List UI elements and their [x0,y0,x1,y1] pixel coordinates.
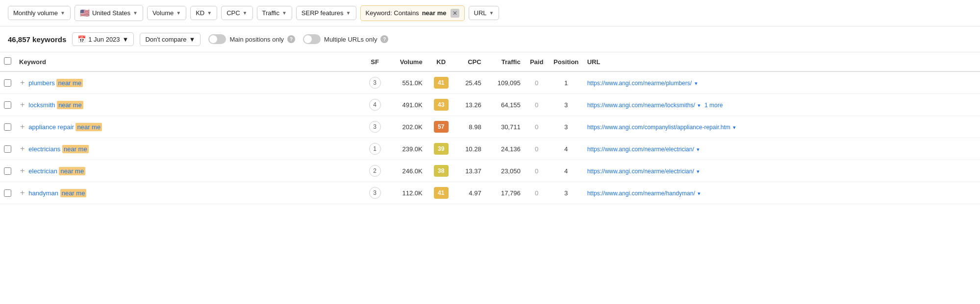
flag-icon: 🇺🇸 [80,8,90,18]
kd-label: KD [196,9,204,17]
kd-badge: 57 [434,121,449,133]
table-row: + handyman near me 3 112.0K 41 4.97 17,7… [0,182,980,204]
add-keyword-icon[interactable]: + [19,101,25,109]
header-keyword: Keyword [15,52,363,71]
keyword-link[interactable]: handyman near me [28,189,86,197]
keyword-link[interactable]: locksmith near me [28,101,83,109]
sf-badge: 3 [369,187,381,199]
url-link[interactable]: https://www.angi.com/nearme/electrician/ [587,168,694,175]
serp-features-filter[interactable]: SERP features ▼ [296,6,356,20]
url-dropdown-icon[interactable]: ▾ [695,80,698,86]
keyword-filter-close-icon[interactable]: ✕ [451,9,459,18]
table-header-row: Keyword SF Volume KD CPC Traffic [0,52,980,71]
url-link[interactable]: https://www.angi.com/nearme/handyman/ [587,190,695,197]
main-positions-toggle-group: Main positions only ? [208,34,295,44]
row-volume: 239.0K [387,138,427,160]
row-checkbox[interactable] [4,167,11,175]
table-row: + plumbers near me 3 551.0K 41 25.45 109… [0,71,980,94]
serp-arrow-icon: ▼ [346,10,351,16]
near-me-highlight: near me [62,145,89,153]
row-checkbox[interactable] [4,145,11,153]
row-paid: 0 [525,182,549,204]
add-keyword-icon[interactable]: + [19,167,25,175]
kd-filter[interactable]: KD ▼ [190,6,217,20]
row-checkbox[interactable] [4,189,11,197]
row-traffic: 30,711 [485,116,525,138]
main-positions-toggle[interactable] [208,34,226,44]
header-url: URL [583,52,980,71]
row-volume: 246.0K [387,160,427,182]
row-url-cell: https://www.angi.com/nearme/electrician/… [583,138,980,160]
select-all-checkbox[interactable] [4,57,11,65]
add-keyword-icon[interactable]: + [19,145,25,153]
url-dropdown-icon[interactable]: ▾ [733,124,736,130]
add-keyword-icon[interactable]: + [19,189,25,197]
row-traffic: 109,095 [485,71,525,94]
row-checkbox[interactable] [4,79,11,87]
row-sf: 3 [363,116,387,138]
row-kd: 41 [427,71,456,94]
row-sf: 3 [363,71,387,94]
row-cpc: 25.45 [456,71,485,94]
keyword-link[interactable]: plumbers near me [28,79,83,87]
cpc-filter[interactable]: CPC ▼ [221,6,252,20]
url-link[interactable]: https://www.angi.com/nearme/locksmiths/ [587,102,695,109]
main-positions-help-icon[interactable]: ? [287,35,295,43]
near-me-highlight: near me [56,79,83,87]
row-kd: 57 [427,116,456,138]
add-keyword-icon[interactable]: + [19,123,25,131]
row-keyword-cell: + electrician near me [15,160,363,182]
volume-arrow-icon: ▼ [176,10,181,16]
date-label: 1 Jun 2023 [88,36,120,43]
url-dropdown-icon[interactable]: ▾ [697,168,700,174]
row-position: 1 [549,71,583,94]
keyword-link[interactable]: electricians near me [28,145,88,153]
url-dropdown-icon[interactable]: ▾ [697,146,700,152]
row-keyword-cell: + electricians near me [15,138,363,160]
country-filter[interactable]: 🇺🇸 United States ▼ [75,5,143,21]
url-link[interactable]: https://www.angi.com/companylist/applian… [587,124,730,131]
row-checkbox-cell [0,182,15,204]
row-keyword-cell: + locksmith near me [15,94,363,116]
header-volume: Volume [387,52,427,71]
row-volume: 202.0K [387,116,427,138]
row-checkbox-cell [0,138,15,160]
date-picker[interactable]: 📅 1 Jun 2023 ▼ [72,32,134,46]
row-volume: 551.0K [387,71,427,94]
add-keyword-icon[interactable]: + [19,79,25,87]
row-traffic: 17,796 [485,182,525,204]
keyword-link[interactable]: appliance repair near me [28,123,102,131]
row-url-cell: https://www.angi.com/nearme/handyman/ ▾ [583,182,980,204]
multiple-urls-help-icon[interactable]: ? [380,35,388,43]
traffic-filter[interactable]: Traffic ▼ [257,6,292,20]
keyword-link[interactable]: electrician near me [28,167,85,175]
monthly-volume-label: Monthly volume [13,9,58,17]
volume-filter[interactable]: Volume ▼ [147,6,186,20]
kd-badge: 39 [434,143,449,155]
monthly-volume-filter[interactable]: Monthly volume ▼ [8,6,71,20]
sf-badge: 3 [369,77,381,89]
row-kd: 38 [427,160,456,182]
multiple-urls-toggle-group: Multiple URLs only ? [303,34,388,44]
row-checkbox-cell [0,116,15,138]
table-row: + locksmith near me 4 491.0K 43 13.26 64… [0,94,980,116]
url-filter[interactable]: URL ▼ [469,6,500,20]
more-urls-link[interactable]: 1 more [704,102,723,109]
row-position: 4 [549,138,583,160]
row-kd: 43 [427,94,456,116]
main-positions-label: Main positions only [229,36,284,43]
row-checkbox[interactable] [4,123,11,131]
sub-bar: 46,857 keywords 📅 1 Jun 2023 ▼ Don't com… [0,26,980,52]
url-dropdown-icon[interactable]: ▾ [698,190,701,196]
traffic-arrow-icon: ▼ [282,10,287,16]
compare-btn[interactable]: Don't compare ▼ [140,33,201,46]
kd-badge: 43 [434,99,449,111]
url-dropdown-icon[interactable]: ▾ [698,102,701,108]
url-link[interactable]: https://www.angi.com/nearme/plumbers/ [587,80,692,87]
multiple-urls-toggle[interactable] [303,34,321,44]
row-sf: 1 [363,138,387,160]
url-link[interactable]: https://www.angi.com/nearme/electrician/ [587,146,694,153]
row-sf: 2 [363,160,387,182]
near-me-highlight: near me [57,101,83,109]
row-checkbox[interactable] [4,101,11,109]
